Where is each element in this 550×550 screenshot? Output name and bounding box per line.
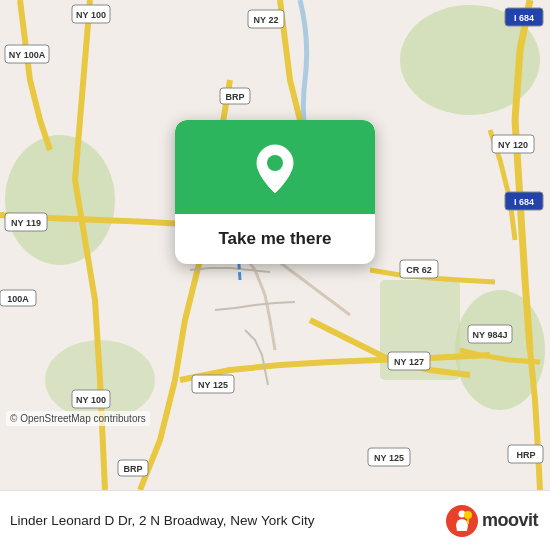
popup-green-section xyxy=(175,120,375,214)
address-text: Linder Leonard D Dr, 2 N Broadway, New Y… xyxy=(10,513,446,528)
svg-text:CR 62: CR 62 xyxy=(406,265,432,275)
svg-text:NY 120: NY 120 xyxy=(498,140,528,150)
svg-point-2 xyxy=(5,135,115,265)
svg-text:BRP: BRP xyxy=(225,92,244,102)
svg-text:NY 127: NY 127 xyxy=(394,357,424,367)
popup-label-section[interactable]: Take me there xyxy=(175,214,375,264)
svg-text:NY 984J: NY 984J xyxy=(473,330,508,340)
svg-text:NY 125: NY 125 xyxy=(374,453,404,463)
svg-text:NY 100: NY 100 xyxy=(76,395,106,405)
svg-point-46 xyxy=(464,511,472,519)
bottom-bar: Linder Leonard D Dr, 2 N Broadway, New Y… xyxy=(0,490,550,550)
moovit-wordmark: moovit xyxy=(482,510,538,531)
map-container: NY 100 NY 100A NY 22 I 684 NY 119 NY 120… xyxy=(0,0,550,490)
svg-point-43 xyxy=(267,155,283,171)
svg-text:NY 22: NY 22 xyxy=(254,15,279,25)
svg-text:NY 125: NY 125 xyxy=(198,380,228,390)
svg-text:NY 100: NY 100 xyxy=(76,10,106,20)
map-attribution: © OpenStreetMap contributors xyxy=(6,411,150,426)
moovit-icon xyxy=(446,505,478,537)
svg-text:HRP: HRP xyxy=(516,450,535,460)
location-pin-icon xyxy=(248,142,302,196)
svg-text:BRP: BRP xyxy=(123,464,142,474)
svg-text:100A: 100A xyxy=(7,294,29,304)
svg-text:I 684: I 684 xyxy=(514,13,534,23)
take-me-there-button[interactable]: Take me there xyxy=(218,228,331,250)
svg-text:NY 100A: NY 100A xyxy=(9,50,46,60)
popup-card: Take me there xyxy=(175,120,375,264)
svg-text:NY 119: NY 119 xyxy=(11,218,41,228)
svg-text:I 684: I 684 xyxy=(514,197,534,207)
moovit-logo: moovit xyxy=(446,505,538,537)
